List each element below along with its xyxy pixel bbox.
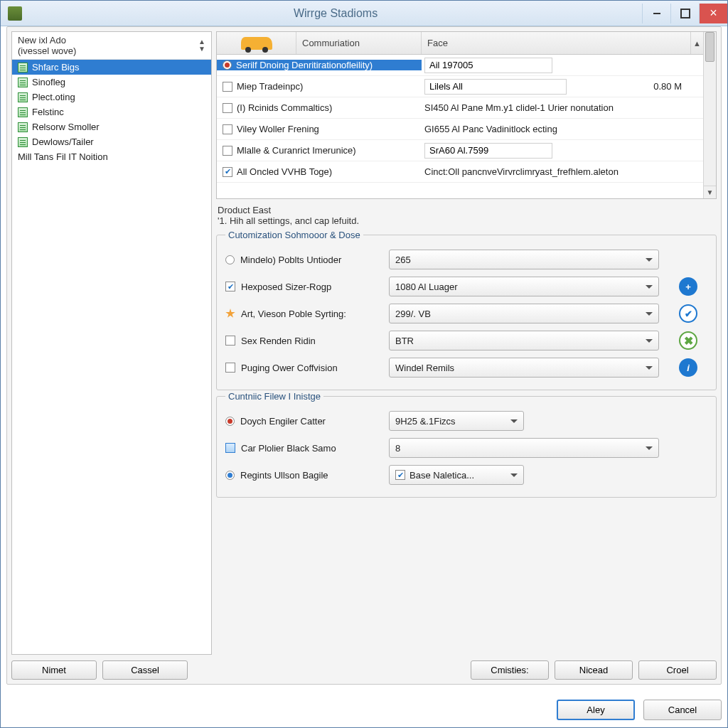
grid-row-label: Serilf Dnoing Denritirationofleility) xyxy=(236,60,373,70)
sidebar-btn-cassel[interactable]: Cassel xyxy=(102,660,188,680)
option-select[interactable]: 1080 Al Luager xyxy=(389,277,659,296)
checkbox[interactable] xyxy=(223,103,232,113)
option-select[interactable]: 8 xyxy=(389,438,659,458)
sidebar-header[interactable]: New ixl Ado (ivessel wove) ▲▼ xyxy=(12,32,211,60)
option-row: Doych Engiler Catter9H25 &.1Fizcs xyxy=(225,407,707,434)
sidebar-list: Shfarc BigsSinoflegPlect.otingFelstincRe… xyxy=(12,60,211,654)
group-customization: Cutomization Sohmooor & Dose Mindelo) Po… xyxy=(216,235,717,390)
checkbox[interactable] xyxy=(223,167,232,177)
grid-row-input[interactable] xyxy=(424,143,552,159)
list-icon xyxy=(18,92,28,102)
sidebar: New ixl Ado (ivessel wove) ▲▼ Shfarc Big… xyxy=(11,31,212,655)
checkbox[interactable] xyxy=(223,124,232,134)
radio-icon[interactable] xyxy=(223,60,232,70)
scroll-down-icon[interactable]: ▼ xyxy=(704,186,716,198)
chevron-updown-icon[interactable]: ▲▼ xyxy=(198,38,205,53)
car-icon xyxy=(241,37,272,50)
main-panes: New ixl Ado (ivessel wove) ▲▼ Shfarc Big… xyxy=(11,31,717,655)
grid-row-label: Miep Tradeinpc) xyxy=(237,81,303,92)
sidebar-item[interactable]: Sinofleg xyxy=(12,75,211,90)
scroll-track[interactable] xyxy=(704,32,716,186)
main-btn-cmisties[interactable]: Cmisties: xyxy=(471,660,549,680)
option-select[interactable]: Windel Remils xyxy=(389,358,659,378)
sidebar-item-label: Shfarc Bigs xyxy=(32,62,79,73)
grid-row[interactable]: Viley Woller FreningGI655 Al Panc Vadini… xyxy=(217,119,703,140)
client-area: New ixl Ado (ivessel wove) ▲▼ Shfarc Big… xyxy=(6,26,722,685)
list-icon xyxy=(18,122,28,132)
main-btn-croel[interactable]: Croel xyxy=(638,660,717,680)
grid-body: Serilf Dnoing Denritirationofleility)Mie… xyxy=(217,55,703,198)
option-select[interactable]: 9H25 &.1Fizcs xyxy=(389,411,524,431)
grid-scrollbar[interactable]: ▼ xyxy=(703,32,716,198)
delete-icon[interactable]: ✖ xyxy=(679,331,697,350)
window-buttons: × xyxy=(642,4,727,23)
main-btn-nicead[interactable]: Nicead xyxy=(555,660,633,680)
sidebar-item[interactable]: Plect.oting xyxy=(12,90,211,105)
sidebar-btn-nimet[interactable]: Nimet xyxy=(11,660,97,680)
cancel-button[interactable]: Cancel xyxy=(643,700,722,720)
radio[interactable] xyxy=(225,255,235,264)
scroll-up-icon[interactable]: ▲ xyxy=(690,32,703,54)
sidebar-item[interactable]: Felstinc xyxy=(12,105,211,119)
option-row: Sex Renden RidinBTR✖ xyxy=(225,327,707,354)
option-select[interactable]: 299/. VB xyxy=(389,304,659,323)
grid-header: Commuriation Face ▲ xyxy=(217,32,703,55)
maximize-button[interactable] xyxy=(670,4,699,23)
sidebar-item-label: Plect.oting xyxy=(32,92,75,102)
checkbox[interactable] xyxy=(223,82,232,92)
grid-header-col3[interactable]: Face xyxy=(422,32,690,54)
square-icon[interactable] xyxy=(225,443,235,453)
info-icon[interactable]: i xyxy=(679,358,697,377)
option-select[interactable]: 265 xyxy=(389,250,659,269)
radio[interactable] xyxy=(225,417,235,426)
grid-row-label: Mlalle & Curanrict Imerunice) xyxy=(237,145,356,156)
option-select[interactable]: Base Naletica... xyxy=(389,465,524,485)
checkbox[interactable] xyxy=(395,470,405,480)
grid-header-col2[interactable]: Commuriation xyxy=(296,32,422,54)
grid-row[interactable]: Miep Tradeinpc)0.80 M xyxy=(217,76,703,97)
radio[interactable] xyxy=(225,471,235,480)
minimize-button[interactable] xyxy=(642,4,670,23)
sidebar-header-text: New ixl Ado (ivessel wove) xyxy=(18,35,198,56)
sidebar-item[interactable]: Shfarc Bigs xyxy=(12,60,211,75)
sidebar-item[interactable]: Mill Tans Fil IT Noition xyxy=(12,149,211,164)
list-icon xyxy=(18,107,28,117)
grid-row-value: SI450 Al Pane Mm.y1 clidel-1 Urier nonut… xyxy=(424,102,614,113)
checkbox[interactable] xyxy=(225,336,235,346)
desc-sub: '1. Hih all settings, ancl cap lefuitd. xyxy=(218,215,715,226)
scroll-thumb[interactable] xyxy=(705,32,714,62)
ok-button[interactable]: Aley xyxy=(557,700,635,720)
description-block: Droduct East '1. Hih all settings, ancl … xyxy=(216,202,717,229)
grid-row-input[interactable] xyxy=(424,58,552,73)
sidebar-item[interactable]: Dewlows/Tailer xyxy=(12,134,211,149)
grid-row-input[interactable] xyxy=(424,79,567,95)
checkbox[interactable] xyxy=(225,282,235,291)
grid-row[interactable]: Serilf Dnoing Denritirationofleility) xyxy=(217,55,703,76)
option-select[interactable]: BTR xyxy=(389,331,659,350)
sidebar-item-label: Dewlows/Tailer xyxy=(32,136,94,147)
check-icon[interactable]: ✔ xyxy=(679,304,697,323)
grid-row-value: Cinct:Oll pancnveVirvrclimryast_frefhlem… xyxy=(424,166,619,177)
sidebar-item-label: Mill Tans Fil IT Noition xyxy=(18,151,108,162)
checkbox[interactable] xyxy=(225,363,235,373)
grid-row-label: All Oncled VVHB Toge) xyxy=(237,166,332,177)
sidebar-item-label: Felstinc xyxy=(32,107,64,117)
grid-row-label: Viley Woller Frening xyxy=(237,124,319,134)
grid-row[interactable]: Mlalle & Curanrict Imerunice) xyxy=(217,140,703,161)
option-label: Mindelo) Poblts Untioder xyxy=(240,255,341,265)
star-icon[interactable] xyxy=(225,309,235,318)
grid-header-icon-cell xyxy=(217,32,296,54)
sidebar-item[interactable]: Relsorw Smoller xyxy=(12,119,211,134)
close-button[interactable]: × xyxy=(699,4,727,23)
group2-legend: Cuntniic Filew I Inistge xyxy=(225,391,323,402)
checkbox[interactable] xyxy=(223,146,232,156)
grid-row[interactable]: (I) Rcinids Commaltics)SI450 Al Pane Mm.… xyxy=(217,97,703,119)
option-label: Hexposed Sizer-Rogp xyxy=(241,282,331,292)
add-icon[interactable]: + xyxy=(679,277,697,296)
option-label: Puging Ower Coffvision xyxy=(241,363,338,373)
option-row: Art, Vieson Poble Syrting:299/. VB✔ xyxy=(225,300,707,327)
app-window: Wirrge Stadioms × New ixl Ado (ivessel w… xyxy=(0,0,728,728)
app-icon xyxy=(8,6,22,21)
grid-row-value: GI655 Al Panc Vadinitlock ecting xyxy=(424,124,557,134)
grid-row[interactable]: All Oncled VVHB Toge)Cinct:Oll pancnveVi… xyxy=(217,161,703,183)
